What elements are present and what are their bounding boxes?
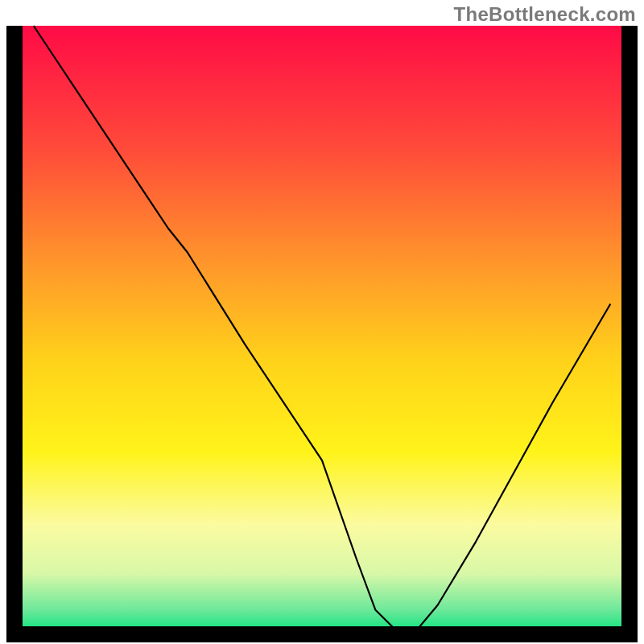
plot-background [14,26,630,634]
attribution-text: TheBottleneck.com [454,3,636,26]
bottleneck-chart: TheBottleneck.com [0,0,644,644]
chart-svg [0,0,644,644]
